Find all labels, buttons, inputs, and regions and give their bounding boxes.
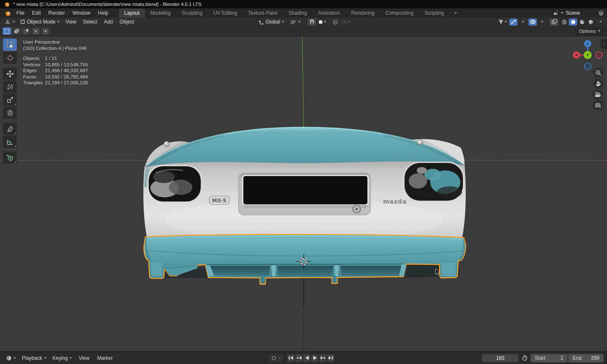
tool-add-cube[interactable] (3, 152, 17, 164)
stat-label: Triangles (23, 80, 45, 86)
gizmo-neg-z-handle[interactable] (584, 63, 591, 70)
navigation-gizmo[interactable]: Z X Y (570, 38, 605, 72)
shading-rendered-button[interactable] (586, 18, 595, 26)
select-mode-extend-button[interactable] (12, 27, 21, 35)
current-frame-field[interactable]: 163 (482, 354, 519, 362)
prev-keyframe-button[interactable] (295, 354, 302, 362)
sidebar-collapse-tab[interactable]: ‹ (601, 39, 607, 49)
shading-dropdown[interactable] (596, 18, 605, 26)
tab-shading[interactable]: Shading (283, 8, 313, 18)
select-extend-icon (14, 29, 19, 34)
tab-texture-paint[interactable]: Texture Paint (243, 8, 283, 18)
start-frame-field[interactable]: Start 1 (531, 354, 568, 362)
keying-dropdown[interactable]: Keying (50, 354, 75, 362)
gizmos-toggle[interactable] (509, 18, 518, 26)
jump-to-start-button[interactable] (287, 354, 294, 362)
options-dropdown[interactable]: Options (575, 27, 604, 35)
shading-solid-button[interactable] (569, 18, 577, 26)
tab-animation[interactable]: Animation (313, 8, 346, 18)
tool-annotate[interactable] (3, 123, 17, 135)
tool-select-box[interactable] (3, 39, 17, 51)
tool-move[interactable] (3, 68, 17, 80)
tool-rotate[interactable] (3, 81, 17, 93)
shading-wireframe-button[interactable] (560, 18, 568, 26)
menu-edit[interactable]: Edit (28, 8, 45, 18)
timeline-menu-marker[interactable]: Marker (94, 354, 116, 362)
play-reverse-button[interactable] (303, 354, 310, 362)
car-taillight-left[interactable] (147, 165, 202, 203)
grid-perspective-icon (595, 102, 601, 108)
tool-measure[interactable] (3, 136, 17, 148)
pan-view-button[interactable] (593, 79, 603, 89)
tab-uv-editing[interactable]: UV Editing (208, 8, 243, 18)
select-mode-subtract-button[interactable] (22, 27, 31, 35)
perspective-toggle-button[interactable] (593, 100, 603, 110)
tab-modeling[interactable]: Modeling (145, 8, 176, 18)
orientation-icon (258, 19, 264, 25)
menu-view[interactable]: View (62, 18, 80, 26)
menu-select[interactable]: Select (80, 18, 100, 26)
transform-orientation-dropdown[interactable]: Global (256, 18, 287, 26)
tool-transform[interactable] (3, 107, 17, 119)
gizmo-neg-x-handle[interactable] (596, 52, 602, 58)
auto-keying-toggle[interactable] (269, 354, 283, 362)
tab-layout[interactable]: Layout (119, 8, 145, 18)
tool-cursor[interactable] (3, 52, 17, 64)
menu-render[interactable]: Render (45, 8, 68, 18)
xray-toggle[interactable] (550, 18, 558, 26)
mode-dropdown[interactable]: Object Mode (18, 18, 62, 26)
orientation-caret-icon (282, 21, 284, 23)
timeline-editor-type-dropdown[interactable] (3, 354, 18, 362)
select-mode-intersect-button[interactable] (41, 27, 50, 35)
tool-scale[interactable] (3, 94, 17, 106)
toolbar (3, 39, 17, 164)
shading-material-button[interactable] (578, 18, 586, 26)
next-keyframe-button[interactable] (319, 354, 326, 362)
menu-window[interactable]: Window (68, 8, 94, 18)
tab-compositing[interactable]: Compositing (380, 8, 419, 18)
playback-dropdown[interactable]: Playback (19, 354, 49, 362)
select-mode-invert-button[interactable] (32, 27, 40, 35)
snapping-toggle[interactable] (308, 18, 316, 26)
frame-range-pair: Start 1 End 250 (531, 354, 604, 362)
bumper-diffuser-fin (334, 265, 339, 277)
add-workspace-button[interactable]: + (449, 8, 462, 18)
gizmo-z-label: Z (586, 42, 589, 46)
jump-to-end-button[interactable] (327, 354, 334, 362)
menu-file[interactable]: File (13, 8, 28, 18)
camera-view-button[interactable] (593, 89, 603, 100)
select-mode-new-button[interactable] (3, 27, 11, 35)
show-object-types-dropdown[interactable] (497, 18, 508, 26)
scene-selector[interactable]: Scene (552, 10, 604, 16)
menu-object[interactable]: Object (116, 18, 138, 26)
blender-menu-icon[interactable] (4, 10, 11, 16)
viewport-3d[interactable]: MX-5 mazda mazda (0, 37, 607, 351)
pivot-point-dropdown[interactable] (288, 18, 303, 26)
car-badge-mazda: mazda mazda (383, 198, 407, 205)
end-frame-field[interactable]: End 250 (568, 354, 604, 362)
timeline-menu-view[interactable]: View (75, 354, 93, 362)
next-keyframe-icon (321, 356, 326, 360)
proportional-editing-toggle[interactable] (331, 18, 339, 26)
menu-help[interactable]: Help (94, 8, 112, 18)
play-button[interactable] (311, 354, 318, 362)
proportional-falloff-dropdown[interactable] (341, 18, 351, 26)
stopwatch-icon[interactable] (522, 355, 528, 361)
editor-type-dropdown[interactable] (2, 18, 18, 26)
gizmos-dropdown[interactable] (519, 18, 527, 26)
workspace-tabs: Layout Modeling Sculpting UV Editing Tex… (119, 8, 462, 18)
overlays-dropdown[interactable] (538, 18, 547, 26)
tab-scripting[interactable]: Scripting (419, 8, 449, 18)
car-taillight-right[interactable] (403, 162, 464, 202)
zoom-view-button[interactable] (593, 68, 603, 78)
tab-rendering[interactable]: Rendering (346, 8, 380, 18)
tab-sculpting[interactable]: Sculpting (176, 8, 208, 18)
overlays-toggle[interactable] (528, 18, 537, 26)
end-frame-label: End (573, 355, 581, 361)
snap-mode-dropdown[interactable] (318, 18, 327, 26)
editor-type-caret-icon (13, 21, 15, 23)
view-layer-icon[interactable] (599, 10, 604, 16)
menu-add[interactable]: Add (100, 18, 116, 26)
filter-funnel-icon (498, 19, 504, 24)
badge-mazda-text: mazda (383, 198, 407, 205)
